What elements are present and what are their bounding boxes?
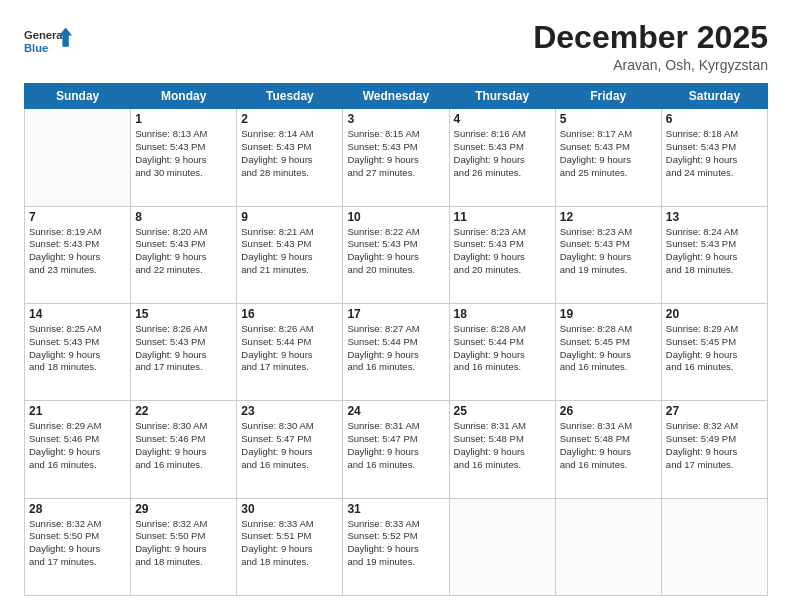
calendar-table: SundayMondayTuesdayWednesdayThursdayFrid… [24,83,768,596]
calendar-cell: 16Sunrise: 8:26 AM Sunset: 5:44 PM Dayli… [237,303,343,400]
calendar-cell: 21Sunrise: 8:29 AM Sunset: 5:46 PM Dayli… [25,401,131,498]
day-number: 4 [454,112,551,126]
day-info: Sunrise: 8:28 AM Sunset: 5:45 PM Dayligh… [560,323,657,374]
calendar-week-4: 28Sunrise: 8:32 AM Sunset: 5:50 PM Dayli… [25,498,768,595]
day-number: 7 [29,210,126,224]
calendar-week-0: 1Sunrise: 8:13 AM Sunset: 5:43 PM Daylig… [25,109,768,206]
day-info: Sunrise: 8:15 AM Sunset: 5:43 PM Dayligh… [347,128,444,179]
calendar-cell: 1Sunrise: 8:13 AM Sunset: 5:43 PM Daylig… [131,109,237,206]
page: General Blue December 2025 Aravan, Osh, … [0,0,792,612]
calendar-week-1: 7Sunrise: 8:19 AM Sunset: 5:43 PM Daylig… [25,206,768,303]
day-info: Sunrise: 8:29 AM Sunset: 5:45 PM Dayligh… [666,323,763,374]
day-info: Sunrise: 8:32 AM Sunset: 5:49 PM Dayligh… [666,420,763,471]
day-info: Sunrise: 8:31 AM Sunset: 5:48 PM Dayligh… [560,420,657,471]
calendar-cell [661,498,767,595]
calendar-cell: 22Sunrise: 8:30 AM Sunset: 5:46 PM Dayli… [131,401,237,498]
calendar-cell: 2Sunrise: 8:14 AM Sunset: 5:43 PM Daylig… [237,109,343,206]
calendar-cell: 19Sunrise: 8:28 AM Sunset: 5:45 PM Dayli… [555,303,661,400]
main-title: December 2025 [533,20,768,55]
day-info: Sunrise: 8:13 AM Sunset: 5:43 PM Dayligh… [135,128,232,179]
calendar-cell: 13Sunrise: 8:24 AM Sunset: 5:43 PM Dayli… [661,206,767,303]
day-info: Sunrise: 8:19 AM Sunset: 5:43 PM Dayligh… [29,226,126,277]
calendar-cell [555,498,661,595]
title-block: December 2025 Aravan, Osh, Kyrgyzstan [533,20,768,73]
day-number: 25 [454,404,551,418]
day-number: 30 [241,502,338,516]
day-info: Sunrise: 8:33 AM Sunset: 5:52 PM Dayligh… [347,518,444,569]
day-number: 29 [135,502,232,516]
calendar-header-sunday: Sunday [25,84,131,109]
logo-svg: General Blue [24,20,72,64]
day-number: 23 [241,404,338,418]
day-number: 28 [29,502,126,516]
day-info: Sunrise: 8:23 AM Sunset: 5:43 PM Dayligh… [560,226,657,277]
day-info: Sunrise: 8:16 AM Sunset: 5:43 PM Dayligh… [454,128,551,179]
day-info: Sunrise: 8:18 AM Sunset: 5:43 PM Dayligh… [666,128,763,179]
calendar-cell: 14Sunrise: 8:25 AM Sunset: 5:43 PM Dayli… [25,303,131,400]
day-info: Sunrise: 8:25 AM Sunset: 5:43 PM Dayligh… [29,323,126,374]
day-number: 8 [135,210,232,224]
calendar-cell: 29Sunrise: 8:32 AM Sunset: 5:50 PM Dayli… [131,498,237,595]
day-info: Sunrise: 8:20 AM Sunset: 5:43 PM Dayligh… [135,226,232,277]
calendar-header-monday: Monday [131,84,237,109]
day-info: Sunrise: 8:21 AM Sunset: 5:43 PM Dayligh… [241,226,338,277]
calendar-header-friday: Friday [555,84,661,109]
calendar-week-2: 14Sunrise: 8:25 AM Sunset: 5:43 PM Dayli… [25,303,768,400]
day-info: Sunrise: 8:23 AM Sunset: 5:43 PM Dayligh… [454,226,551,277]
day-number: 15 [135,307,232,321]
calendar-cell: 24Sunrise: 8:31 AM Sunset: 5:47 PM Dayli… [343,401,449,498]
day-number: 9 [241,210,338,224]
day-number: 2 [241,112,338,126]
subtitle: Aravan, Osh, Kyrgyzstan [533,57,768,73]
calendar-cell: 12Sunrise: 8:23 AM Sunset: 5:43 PM Dayli… [555,206,661,303]
day-info: Sunrise: 8:29 AM Sunset: 5:46 PM Dayligh… [29,420,126,471]
logo: General Blue [24,20,72,64]
day-info: Sunrise: 8:31 AM Sunset: 5:47 PM Dayligh… [347,420,444,471]
day-info: Sunrise: 8:28 AM Sunset: 5:44 PM Dayligh… [454,323,551,374]
calendar-cell: 18Sunrise: 8:28 AM Sunset: 5:44 PM Dayli… [449,303,555,400]
day-info: Sunrise: 8:33 AM Sunset: 5:51 PM Dayligh… [241,518,338,569]
day-info: Sunrise: 8:24 AM Sunset: 5:43 PM Dayligh… [666,226,763,277]
day-number: 6 [666,112,763,126]
day-number: 10 [347,210,444,224]
day-number: 31 [347,502,444,516]
day-number: 20 [666,307,763,321]
calendar-cell: 31Sunrise: 8:33 AM Sunset: 5:52 PM Dayli… [343,498,449,595]
day-info: Sunrise: 8:26 AM Sunset: 5:44 PM Dayligh… [241,323,338,374]
calendar-cell: 15Sunrise: 8:26 AM Sunset: 5:43 PM Dayli… [131,303,237,400]
day-info: Sunrise: 8:17 AM Sunset: 5:43 PM Dayligh… [560,128,657,179]
day-info: Sunrise: 8:14 AM Sunset: 5:43 PM Dayligh… [241,128,338,179]
calendar-header-tuesday: Tuesday [237,84,343,109]
day-number: 5 [560,112,657,126]
svg-text:General: General [24,29,66,41]
day-info: Sunrise: 8:27 AM Sunset: 5:44 PM Dayligh… [347,323,444,374]
calendar-cell: 8Sunrise: 8:20 AM Sunset: 5:43 PM Daylig… [131,206,237,303]
day-number: 12 [560,210,657,224]
calendar-header-thursday: Thursday [449,84,555,109]
calendar-cell: 4Sunrise: 8:16 AM Sunset: 5:43 PM Daylig… [449,109,555,206]
calendar-cell [25,109,131,206]
day-number: 1 [135,112,232,126]
day-info: Sunrise: 8:26 AM Sunset: 5:43 PM Dayligh… [135,323,232,374]
day-number: 16 [241,307,338,321]
calendar-cell: 9Sunrise: 8:21 AM Sunset: 5:43 PM Daylig… [237,206,343,303]
day-number: 17 [347,307,444,321]
calendar-cell: 28Sunrise: 8:32 AM Sunset: 5:50 PM Dayli… [25,498,131,595]
calendar-cell: 6Sunrise: 8:18 AM Sunset: 5:43 PM Daylig… [661,109,767,206]
calendar-cell: 25Sunrise: 8:31 AM Sunset: 5:48 PM Dayli… [449,401,555,498]
calendar-header-wednesday: Wednesday [343,84,449,109]
calendar-cell: 20Sunrise: 8:29 AM Sunset: 5:45 PM Dayli… [661,303,767,400]
day-info: Sunrise: 8:32 AM Sunset: 5:50 PM Dayligh… [29,518,126,569]
calendar-cell: 26Sunrise: 8:31 AM Sunset: 5:48 PM Dayli… [555,401,661,498]
calendar-cell: 30Sunrise: 8:33 AM Sunset: 5:51 PM Dayli… [237,498,343,595]
day-number: 21 [29,404,126,418]
day-info: Sunrise: 8:30 AM Sunset: 5:46 PM Dayligh… [135,420,232,471]
day-info: Sunrise: 8:31 AM Sunset: 5:48 PM Dayligh… [454,420,551,471]
header: General Blue December 2025 Aravan, Osh, … [24,20,768,73]
calendar-week-3: 21Sunrise: 8:29 AM Sunset: 5:46 PM Dayli… [25,401,768,498]
day-number: 26 [560,404,657,418]
calendar-cell: 5Sunrise: 8:17 AM Sunset: 5:43 PM Daylig… [555,109,661,206]
svg-text:Blue: Blue [24,42,48,54]
day-number: 11 [454,210,551,224]
day-number: 22 [135,404,232,418]
